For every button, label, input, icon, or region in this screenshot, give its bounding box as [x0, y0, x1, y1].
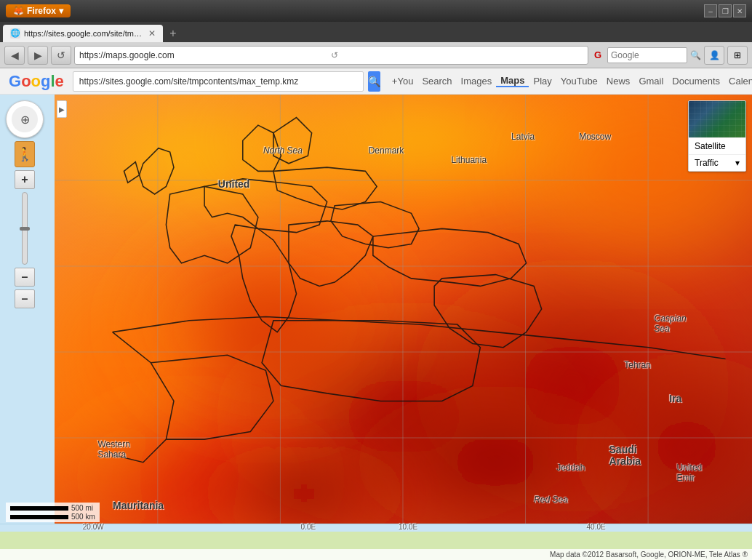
- google-nav-bar: Google https://sites.google.com/site/tmp…: [0, 68, 752, 95]
- google-search-logo: G: [591, 49, 604, 60]
- nav-bar: ◀ ▶ ↺ https://maps.google.com ↺ G 🔍 👤 ⊞: [0, 42, 752, 68]
- street-view-button[interactable]: 🚶: [15, 141, 35, 167]
- refresh-icon: ↺: [331, 50, 583, 60]
- zoom-thumb: [20, 227, 30, 231]
- zoom-out-button-2[interactable]: –: [15, 289, 35, 308]
- refresh-button[interactable]: ↺: [51, 46, 71, 65]
- map-container[interactable]: ▶ ⊕ 🚶 + – – Satellite Traffic ▾ Latvia L…: [0, 95, 752, 560]
- zoom-in-button[interactable]: +: [15, 170, 35, 189]
- restore-button[interactable]: ❐: [719, 4, 732, 17]
- tab-0[interactable]: 🌐 https://sites.google.com/site/tmpconte…: [3, 25, 163, 42]
- scale-bar-line-km: [10, 515, 68, 519]
- satellite-thumbnail[interactable]: [689, 101, 746, 137]
- zoom-out-button-1[interactable]: –: [15, 268, 35, 287]
- scale-bar: 500 mi 500 km: [6, 503, 100, 522]
- firefox-label: Firefox: [27, 6, 56, 16]
- scale-mi: 500 mi: [10, 504, 95, 512]
- pan-control[interactable]: ⊕: [6, 100, 44, 138]
- traffic-button[interactable]: Traffic ▾: [689, 154, 745, 171]
- nav-link-search[interactable]: Search: [417, 76, 456, 87]
- firefox-chevron: ▾: [59, 6, 63, 16]
- url-text: https://maps.google.com: [79, 50, 331, 60]
- nav-link-play[interactable]: Play: [529, 76, 556, 87]
- sidebar-toggle-button[interactable]: ▶: [57, 100, 67, 118]
- tab-favicon: 🌐: [10, 28, 20, 39]
- nav-link-images[interactable]: Images: [457, 76, 497, 87]
- google-search-text: https://sites.google.com/site/tmpcontent…: [79, 76, 357, 87]
- minimize-button[interactable]: –: [704, 4, 717, 17]
- map-controls: ⊕ 🚶 + – –: [6, 100, 44, 308]
- search-icon: 🔍: [690, 50, 701, 60]
- nav-link-maps[interactable]: Maps: [496, 75, 529, 87]
- scale-km: 500 km: [10, 513, 95, 521]
- nav-link-documents[interactable]: Documents: [668, 76, 724, 87]
- satellite-button[interactable]: Satellite: [689, 137, 745, 154]
- map-type-panel: Satellite Traffic ▾: [688, 100, 746, 172]
- grid-button[interactable]: ⊞: [727, 46, 748, 65]
- google-search-button[interactable]: 🔍: [368, 71, 380, 92]
- svg-rect-27: [0, 524, 752, 532]
- pan-inner: ⊕: [12, 106, 38, 132]
- firefox-button[interactable]: 🦊 Firefox ▾: [6, 4, 71, 17]
- nav-link-you[interactable]: +You: [388, 76, 418, 87]
- firefox-icon: 🦊: [13, 6, 24, 16]
- title-bar: 🦊 Firefox ▾ – ❐ ✕: [0, 0, 752, 22]
- new-tab-button[interactable]: +: [164, 25, 182, 42]
- back-button[interactable]: ◀: [4, 46, 25, 65]
- nav-link-gmail[interactable]: Gmail: [634, 76, 668, 87]
- google-search-box[interactable]: https://sites.google.com/site/tmpcontent…: [73, 71, 364, 92]
- browser-search-input[interactable]: [607, 47, 687, 63]
- nav-link-calendar[interactable]: Calendar: [724, 76, 752, 87]
- url-bar[interactable]: https://maps.google.com ↺: [74, 46, 588, 65]
- tab-bar: 🌐 https://sites.google.com/site/tmpconte…: [0, 22, 752, 42]
- close-button[interactable]: ✕: [733, 4, 746, 17]
- window-controls: – ❐ ✕: [704, 4, 746, 17]
- nav-link-news[interactable]: News: [602, 76, 635, 87]
- forward-button[interactable]: ▶: [28, 46, 48, 65]
- zoom-slider[interactable]: [22, 192, 28, 265]
- scale-bar-visual: 500 mi 500 km: [10, 504, 95, 521]
- nav-link-youtube[interactable]: YouTube: [556, 76, 602, 87]
- profile-button[interactable]: 👤: [704, 46, 724, 65]
- scale-bar-line-mi: [10, 506, 68, 511]
- tab-close-button[interactable]: ✕: [148, 28, 156, 39]
- heatmap-overlay: [55, 95, 752, 524]
- google-logo[interactable]: Google: [9, 72, 64, 91]
- map-attribution: Map data ©2012 Basarsoft, Google, ORION-…: [0, 549, 752, 560]
- search-bar: G 🔍: [591, 47, 701, 63]
- tab-label: https://sites.google.com/site/tmpcontent…: [24, 29, 145, 38]
